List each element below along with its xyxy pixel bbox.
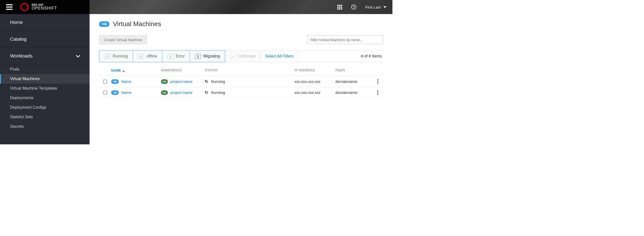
nav-pods[interactable]: Pods <box>0 65 90 74</box>
openshift-icon <box>20 3 29 12</box>
filter-label: Migrating <box>204 54 220 58</box>
nav-virtual-machines[interactable]: Virtual Machines <box>0 74 90 84</box>
table-row: VM Name NS project-name ↻ Running xxx.xx… <box>99 87 383 98</box>
apps-icon[interactable] <box>337 5 342 10</box>
main-content: VM Virtual Machines Create Virtual Machi… <box>90 14 392 144</box>
brand-logo[interactable]: RED HAT OPENSHIFT <box>20 3 57 12</box>
brand-bottom: OPENSHIFT <box>32 6 57 10</box>
filter-count: # <box>138 54 144 59</box>
nav-vm-templates[interactable]: Virtual Machine Templates <box>0 84 90 93</box>
table-row: VM Name NS project-name ↻ Running xxx.xx… <box>99 76 383 87</box>
create-vm-button[interactable]: Create Virtual Machine <box>99 35 147 44</box>
vm-badge: VM <box>99 21 109 27</box>
ns-link[interactable]: project-name <box>170 79 192 84</box>
vm-name-link[interactable]: Name <box>121 90 131 95</box>
nav-stateful-sets[interactable]: Stateful Sets <box>0 112 90 122</box>
status-text: Running <box>211 79 225 84</box>
th-namespace[interactable]: NAMESPACE <box>161 68 205 72</box>
table-header: NAME ↓AZ NAMESPACE STATUS IP ADDRESS FQD… <box>99 65 383 76</box>
nav-workloads[interactable]: Workloads <box>0 47 90 65</box>
filter-unknown[interactable]: # Unknown <box>225 50 261 62</box>
nav-deployment-configs[interactable]: Deployment Configs <box>0 103 90 112</box>
vm-pill: VM <box>111 79 119 84</box>
nav-catalog[interactable]: Catalog <box>0 31 90 47</box>
th-fqdn[interactable]: FQDN <box>336 68 373 72</box>
th-name[interactable]: NAME ↓AZ <box>111 68 161 72</box>
top-header: RED HAT OPENSHIFT ? First Last <box>0 0 392 14</box>
nav-deployments[interactable]: Deployments <box>0 93 90 103</box>
sync-icon: ↻ <box>205 79 208 84</box>
filter-label: Error <box>176 54 185 58</box>
help-icon[interactable]: ? <box>351 5 356 10</box>
user-name: First Last <box>365 5 381 9</box>
select-all-filters[interactable]: Select All Filters <box>261 50 298 62</box>
fqdn-text: domainname <box>336 90 373 95</box>
row-checkbox[interactable] <box>103 80 107 84</box>
filter-tabs: # Running # offline # Error 1 Migrating … <box>99 50 383 62</box>
kebab-menu[interactable] <box>377 90 378 95</box>
fqdn-text: domainname <box>336 79 373 84</box>
filter-label: offline <box>146 54 157 58</box>
filter-running[interactable]: # Running <box>99 50 133 62</box>
filter-offline[interactable]: # offline <box>133 50 163 62</box>
ip-text: xxx.xxx.xxx.xxx <box>295 79 336 84</box>
user-menu[interactable]: First Last <box>365 5 386 9</box>
filter-error[interactable]: # Error <box>162 50 190 62</box>
vm-name-link[interactable]: Name <box>121 79 131 84</box>
filter-count: 1 <box>195 54 201 59</box>
kebab-menu[interactable] <box>377 79 378 84</box>
caret-down-icon <box>383 6 386 8</box>
ip-text: xxx.xxx.xxx.xxx <box>295 90 336 95</box>
filter-count: # <box>230 54 236 59</box>
chevron-down-icon <box>76 53 80 58</box>
sidebar: Home Catalog Workloads Pods Virtual Mach… <box>0 14 90 144</box>
nav-home[interactable]: Home <box>0 14 90 31</box>
filter-count: # <box>167 54 173 59</box>
page-title: VM Virtual Machines <box>99 20 383 28</box>
row-checkbox[interactable] <box>103 91 107 95</box>
sort-icon: ↓AZ <box>123 68 124 72</box>
filter-count: # <box>104 54 110 59</box>
items-count: # of # Items <box>360 50 383 62</box>
filter-migrating[interactable]: 1 Migrating <box>190 50 225 62</box>
svg-point-0 <box>21 4 28 11</box>
brand-text: RED HAT OPENSHIFT <box>32 4 57 10</box>
sync-icon: ↻ <box>205 90 208 95</box>
hamburger-menu[interactable] <box>6 4 13 10</box>
nav-secrets[interactable]: Secrets <box>0 122 90 131</box>
status-text: Running <box>211 90 225 95</box>
th-status[interactable]: STATUS <box>205 68 295 72</box>
page-heading: Virtual Machines <box>113 20 161 28</box>
ns-link[interactable]: project-name <box>170 90 192 95</box>
th-ip[interactable]: IP ADDRESS <box>295 68 336 72</box>
ns-pill: NS <box>161 90 168 95</box>
nav-workloads-label: Workloads <box>10 53 32 59</box>
vm-table: NAME ↓AZ NAMESPACE STATUS IP ADDRESS FQD… <box>99 65 383 98</box>
filter-input[interactable] <box>307 35 383 44</box>
toolbar: Create Virtual Machine <box>99 35 383 44</box>
vm-pill: VM <box>111 90 119 95</box>
header-actions: ? First Last <box>337 5 386 10</box>
filter-label: Unknown <box>239 54 256 58</box>
ns-pill: NS <box>161 79 168 84</box>
filter-label: Running <box>113 54 128 58</box>
